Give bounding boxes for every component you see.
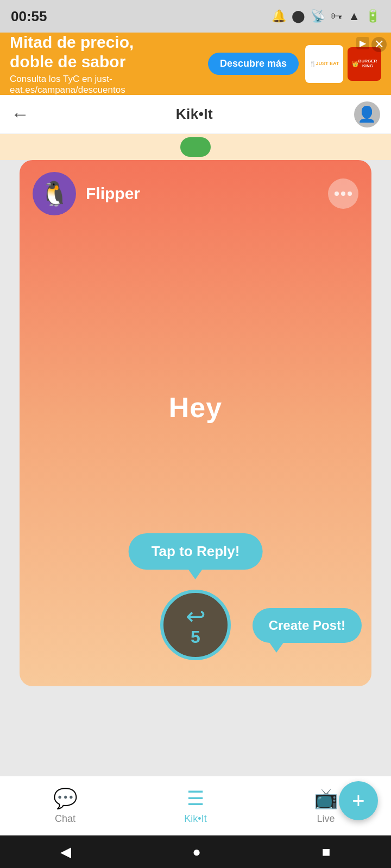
ad-text-block: Mitad de precio,doble de sabor Consulta … <box>10 33 208 95</box>
wifi-icon: ▲ <box>348 9 360 23</box>
create-post-button[interactable]: Create Post! <box>253 608 362 643</box>
ad-logos: 🍴JUST EAT 👑BURGERKING <box>305 45 381 83</box>
card-container: 🐧 Flipper Hey Tap to Reply! ↩ 5 Create P… <box>0 160 391 686</box>
header-title: Kik•It <box>176 106 213 123</box>
android-back-button[interactable]: ◀ <box>60 844 71 860</box>
android-home-button[interactable]: ● <box>192 844 201 860</box>
status-time: 00:55 <box>11 8 47 25</box>
card-user-info: 🐧 Flipper <box>33 172 140 215</box>
fab-button[interactable]: + <box>339 781 378 820</box>
kikit-label: Kik•It <box>184 813 206 825</box>
ad-banner: Mitad de precio,doble de sabor Consulta … <box>0 33 391 95</box>
ad-play-icon: ▶ <box>356 37 369 49</box>
chat-label: Chat <box>55 813 75 825</box>
android-nav: ◀ ● ■ <box>0 835 391 868</box>
prev-bubble <box>180 137 211 157</box>
user-avatar: 🐧 <box>33 172 76 215</box>
dot-1 <box>335 192 339 196</box>
ad-title: Mitad de precio,doble de sabor <box>10 33 208 72</box>
nav-item-kikit[interactable]: ☰ Kik•It <box>147 787 244 825</box>
prev-message-peek <box>0 134 391 160</box>
dot-3 <box>348 192 352 196</box>
back-button[interactable]: ← <box>11 104 35 125</box>
cast-icon: 📡 <box>311 9 325 23</box>
hey-message: Hey <box>169 391 222 424</box>
reply-count: 5 <box>191 628 200 646</box>
reply-counter[interactable]: ↩ 5 <box>160 590 231 660</box>
avatar-icon: 👤 <box>357 105 376 123</box>
circle-icon: ⬤ <box>292 9 305 23</box>
status-icons: 🔔 ⬤ 📡 🗝 ▲ 🔋 <box>272 9 380 23</box>
android-recent-button[interactable]: ■ <box>322 844 331 860</box>
ad-close-button[interactable]: ✕ <box>371 37 387 52</box>
main-card: 🐧 Flipper Hey Tap to Reply! ↩ 5 Create P… <box>20 160 371 686</box>
bottom-nav: 💬 Chat ☰ Kik•It 📺 Live <box>0 776 391 835</box>
kikit-icon: ☰ <box>187 787 204 810</box>
status-bar: 00:55 🔔 ⬤ 📡 🗝 ▲ 🔋 <box>0 0 391 33</box>
header-avatar[interactable]: 👤 <box>354 101 380 127</box>
live-label: Live <box>317 813 335 825</box>
nav-item-chat[interactable]: 💬 Chat <box>16 787 114 825</box>
battery-icon: 🔋 <box>365 9 380 23</box>
key-icon: 🗝 <box>331 9 343 23</box>
username-label: Flipper <box>86 184 140 203</box>
burger-king-logo: 👑BURGERKING <box>348 47 381 81</box>
penguin-icon: 🐧 <box>40 180 70 208</box>
dot-2 <box>341 192 345 196</box>
notification-icon: 🔔 <box>272 9 286 23</box>
card-header: 🐧 Flipper <box>20 160 371 215</box>
chat-icon: 💬 <box>53 787 78 810</box>
ad-subtitle: Consulta los TyC en just-eat.es/campana/… <box>10 74 208 95</box>
just-eat-logo: 🍴JUST EAT <box>305 45 343 83</box>
live-icon: 📺 <box>314 787 338 810</box>
tap-to-reply-button[interactable]: Tap to Reply! <box>129 533 263 570</box>
more-options-button[interactable] <box>328 178 358 209</box>
ad-discover-button[interactable]: Descubre más <box>208 53 299 75</box>
app-header: ← Kik•It 👤 <box>0 95 391 134</box>
reply-arrow-icon: ↩ <box>186 604 206 628</box>
